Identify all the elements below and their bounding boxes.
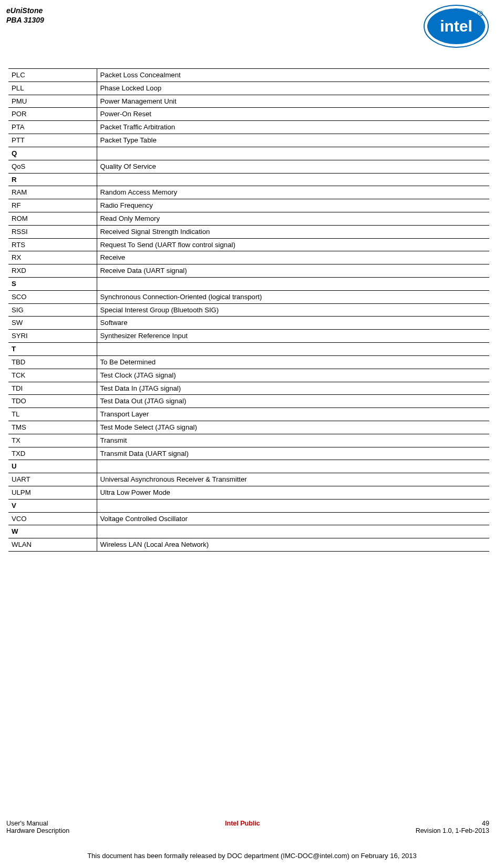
term-cell: V (8, 499, 97, 512)
definition-cell: Transport Layer (97, 408, 489, 421)
svg-text:intel: intel (440, 17, 472, 35)
title-line-2: PBA 31309 (6, 16, 44, 24)
table-row: RSSIReceived Signal Strength Indication (8, 225, 489, 238)
term-cell: R (8, 173, 97, 186)
table-row: TMSTest Mode Select (JTAG signal) (8, 421, 489, 434)
definition-cell: Packet Loss Concealment (97, 69, 489, 82)
table-row: TDOTest Data Out (JTAG signal) (8, 395, 489, 408)
table-row: RFRadio Frequency (8, 199, 489, 212)
footer-classification: Intel Public (225, 820, 260, 827)
table-row: TCKTest Clock (JTAG signal) (8, 369, 489, 382)
definition-cell: Random Access Memory (97, 186, 489, 199)
definition-cell (97, 460, 489, 473)
term-cell: TMS (8, 421, 97, 434)
term-cell: TDI (8, 382, 97, 395)
term-cell: RAM (8, 186, 97, 199)
definition-cell (97, 499, 489, 512)
definition-cell: Quality Of Service (97, 160, 489, 173)
definition-cell: Universal Asynchronous Receiver & Transm… (97, 473, 489, 486)
definition-cell: Receive (97, 251, 489, 264)
definition-cell (97, 278, 489, 291)
page-header: eUniStone PBA 31309 intel R (6, 6, 489, 50)
footer-left: User's Manual Hardware Description (6, 820, 69, 834)
table-row: RTSRequest To Send (UART flow control si… (8, 238, 489, 251)
definition-cell: Receive Data (UART signal) (97, 264, 489, 278)
definition-cell (97, 147, 489, 160)
footer-section: Hardware Description (6, 827, 69, 834)
term-cell: QoS (8, 160, 97, 173)
term-cell: W (8, 525, 97, 538)
definition-cell: To Be Determined (97, 355, 489, 369)
definition-cell: Transmit (97, 434, 489, 447)
table-row: SYRISynthesizer Reference Input (8, 330, 489, 343)
table-row: R (8, 173, 489, 186)
table-row: PTTPacket Type Table (8, 134, 489, 147)
definition-cell: Packet Type Table (97, 134, 489, 147)
term-cell: SYRI (8, 330, 97, 343)
table-row: TLTransport Layer (8, 408, 489, 421)
definition-cell: Test Clock (JTAG signal) (97, 369, 489, 382)
definition-cell: Radio Frequency (97, 199, 489, 212)
term-cell: TBD (8, 355, 97, 369)
table-row: TXTransmit (8, 434, 489, 447)
definition-cell: Synthesizer Reference Input (97, 330, 489, 343)
table-row: PORPower-On Reset (8, 108, 489, 121)
table-row: VCOVoltage Controlled Oscillator (8, 512, 489, 525)
glossary-table: PLCPacket Loss ConcealmentPLLPhase Locke… (8, 68, 489, 552)
term-cell: UART (8, 473, 97, 486)
definition-cell: Packet Traffic Arbitration (97, 121, 489, 134)
table-row: W (8, 525, 489, 538)
page-footer: User's Manual Hardware Description Intel… (6, 820, 489, 834)
svg-text:R: R (478, 13, 481, 16)
definition-cell: Wireless LAN (Local Area Network) (97, 538, 489, 552)
definition-cell: Power-On Reset (97, 108, 489, 121)
table-row: S (8, 278, 489, 291)
table-row: RAMRandom Access Memory (8, 186, 489, 199)
term-cell: TCK (8, 369, 97, 382)
table-row: TXDTransmit Data (UART signal) (8, 447, 489, 460)
term-cell: S (8, 278, 97, 291)
title-line-1: eUniStone (6, 6, 43, 15)
table-row: SWSoftware (8, 317, 489, 330)
term-cell: U (8, 460, 97, 473)
term-cell: VCO (8, 512, 97, 525)
glossary-table-wrap: PLCPacket Loss ConcealmentPLLPhase Locke… (8, 68, 489, 552)
term-cell: ROM (8, 212, 97, 225)
term-cell: Q (8, 147, 97, 160)
definition-cell (97, 525, 489, 538)
definition-cell: Software (97, 317, 489, 330)
table-row: ROMRead Only Memory (8, 212, 489, 225)
footer-right: 49 Revision 1.0, 1-Feb-2013 (416, 820, 489, 834)
definition-cell: Request To Send (UART flow control signa… (97, 238, 489, 251)
term-cell: RF (8, 199, 97, 212)
table-row: V (8, 499, 489, 512)
footer-manual: User's Manual (6, 820, 48, 827)
document-title: eUniStone PBA 31309 (6, 6, 44, 25)
table-row: RXDReceive Data (UART signal) (8, 264, 489, 278)
definition-cell: Phase Locked Loop (97, 81, 489, 95)
term-cell: TDO (8, 395, 97, 408)
definition-cell: Power Management Unit (97, 95, 489, 108)
table-row: TBDTo Be Determined (8, 355, 489, 369)
definition-cell: Transmit Data (UART signal) (97, 447, 489, 460)
table-row: UARTUniversal Asynchronous Receiver & Tr… (8, 473, 489, 486)
table-row: U (8, 460, 489, 473)
table-row: PLCPacket Loss Concealment (8, 69, 489, 82)
term-cell: PLL (8, 81, 97, 95)
definition-cell: Voltage Controlled Oscillator (97, 512, 489, 525)
table-row: T (8, 343, 489, 356)
definition-cell: Test Data In (JTAG signal) (97, 382, 489, 395)
term-cell: TL (8, 408, 97, 421)
definition-cell (97, 173, 489, 186)
term-cell: ULPM (8, 486, 97, 500)
table-row: SCOSynchronous Connection-Oriented (logi… (8, 290, 489, 303)
definition-cell: Test Mode Select (JTAG signal) (97, 421, 489, 434)
definition-cell (97, 343, 489, 356)
term-cell: TXD (8, 447, 97, 460)
table-row: ULPMUltra Low Power Mode (8, 486, 489, 500)
release-note: This document has been formally released… (0, 852, 504, 860)
term-cell: WLAN (8, 538, 97, 552)
revision-info: Revision 1.0, 1-Feb-2013 (416, 827, 489, 834)
page-number: 49 (482, 820, 489, 827)
term-cell: SCO (8, 290, 97, 303)
